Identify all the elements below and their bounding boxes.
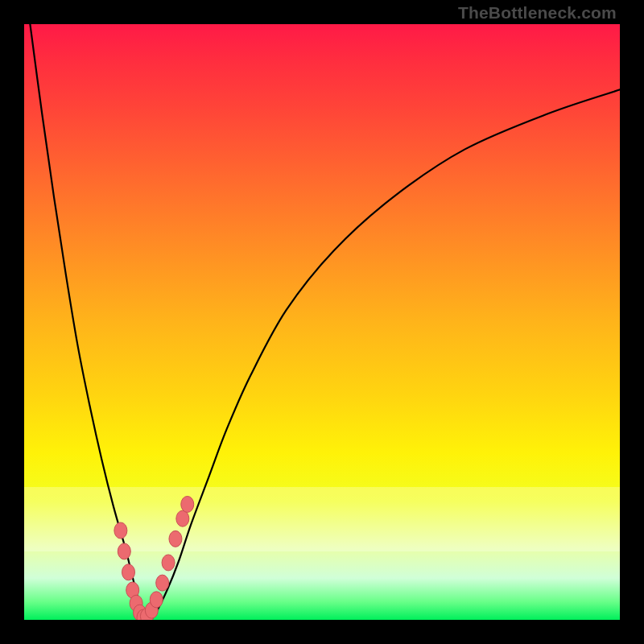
data-marker bbox=[162, 555, 175, 571]
chart-frame: TheBottleneck.com bbox=[0, 0, 644, 644]
data-marker bbox=[169, 530, 182, 547]
curve-layer bbox=[24, 24, 620, 620]
data-marker bbox=[156, 575, 169, 591]
marker-group bbox=[114, 496, 194, 620]
data-marker bbox=[150, 592, 163, 608]
data-marker bbox=[118, 543, 130, 559]
data-marker bbox=[122, 564, 135, 580]
data-marker bbox=[181, 496, 194, 512]
attribution-text: TheBottleneck.com bbox=[458, 3, 617, 23]
data-marker bbox=[176, 510, 189, 526]
plot-area bbox=[24, 24, 620, 620]
data-marker bbox=[114, 522, 127, 539]
